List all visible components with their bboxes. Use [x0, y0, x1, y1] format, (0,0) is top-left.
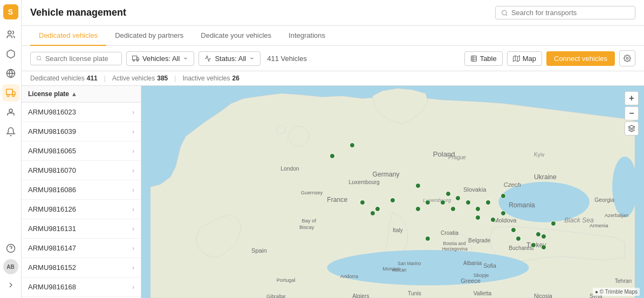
chevron-right-icon: ›	[132, 225, 134, 233]
vehicle-list-item[interactable]: ARMU9816152›	[22, 258, 141, 277]
chevron-right-icon: ›	[132, 264, 134, 272]
vehicle-list-item[interactable]: ARMU9816126›	[22, 200, 141, 219]
vehicle-plate: ARMU9816147	[28, 244, 76, 252]
vehicle-plate: ARMU9816168	[28, 283, 76, 291]
svg-text:Ukraine: Ukraine	[534, 173, 557, 181]
zoom-in-btn[interactable]: +	[625, 91, 639, 105]
sidebar-item-packages[interactable]	[2, 45, 19, 63]
map-view-btn[interactable]: Map	[507, 51, 542, 66]
sort-asc-icon[interactable]: ▲	[71, 91, 77, 97]
svg-text:Valletta: Valletta	[474, 290, 492, 296]
sidebar-item-people[interactable]	[2, 26, 19, 43]
svg-text:Prague: Prague	[448, 154, 466, 160]
map-attribution: ● © Trimble Maps	[593, 288, 640, 296]
connect-vehicles-btn[interactable]: Connect vehicles	[546, 51, 615, 66]
sidebar-item-expand[interactable]	[2, 276, 19, 294]
list-header: License plate ▲	[22, 86, 141, 103]
active-count: 385	[157, 74, 168, 82]
vehicle-list-item[interactable]: ARMU9816065›	[22, 141, 141, 161]
stat-dedicated: Dedicated vehicles 411	[30, 74, 98, 82]
svg-text:Biscay: Biscay	[299, 225, 314, 230]
search-plate-icon	[36, 55, 42, 62]
map-controls: + −	[625, 91, 639, 136]
svg-text:Andorra: Andorra	[340, 274, 359, 279]
chevron-right-icon: ›	[132, 186, 134, 194]
zoom-out-btn[interactable]: −	[625, 106, 639, 120]
svg-text:Luxembourg: Luxembourg	[423, 198, 451, 203]
vehicle-plate: ARMU9816131	[28, 225, 76, 233]
content-area: License plate ▲ ARMU9816023›ARMU9816039›…	[22, 86, 644, 298]
svg-text:Greece: Greece	[461, 277, 481, 284]
stat-active: Active vehicles 385	[112, 74, 168, 82]
user-avatar[interactable]: AB	[3, 259, 18, 274]
status-filter-btn[interactable]: Status: All	[198, 51, 261, 66]
chevron-down-icon	[183, 56, 188, 61]
toolbar: Vehicles: All Status: All 411 Vehicles T…	[22, 46, 644, 71]
vehicle-list-item[interactable]: ARMU9816168›	[22, 277, 141, 297]
svg-text:Germany: Germany	[373, 171, 400, 178]
tab-dedicate-your-vehicles[interactable]: Dedicate your vehicles	[192, 26, 280, 46]
vehicle-list-item[interactable]: ARMU9816147›	[22, 239, 141, 258]
main-content: Vehicle management Dedicated vehicles De…	[22, 0, 644, 298]
svg-text:Gibraltar: Gibraltar	[266, 294, 286, 298]
inactive-count: 26	[232, 74, 239, 82]
svg-text:Tunis: Tunis	[408, 290, 421, 296]
stat-divider-1: |	[104, 74, 106, 82]
svg-text:Italy: Italy	[393, 227, 403, 233]
sidebar-item-globe[interactable]	[2, 65, 19, 82]
vehicle-plate: ARMU9816086	[28, 186, 76, 194]
table-label: Table	[480, 55, 497, 63]
vehicle-list-item[interactable]: ARMU9816039›	[22, 122, 141, 141]
vehicle-list-item[interactable]: ARMU9816086›	[22, 180, 141, 200]
svg-rect-13	[133, 56, 137, 59]
status-icon	[204, 55, 211, 62]
table-icon	[470, 55, 477, 62]
chevron-right-icon: ›	[132, 283, 134, 291]
svg-text:Sofia: Sofia	[483, 263, 496, 269]
stats-bar: Dedicated vehicles 411 | Active vehicles…	[22, 71, 644, 86]
svg-line-10	[506, 14, 507, 15]
svg-point-27	[327, 250, 529, 286]
tab-dedicated-vehicles[interactable]: Dedicated vehicles	[30, 26, 106, 46]
vehicle-list-item[interactable]: ARMU9816023›	[22, 103, 141, 122]
svg-point-0	[8, 31, 11, 34]
layers-btn[interactable]	[625, 121, 639, 136]
svg-point-11	[37, 56, 40, 60]
vehicle-plate: ARMU9816152	[28, 263, 76, 272]
settings-btn[interactable]	[619, 50, 635, 66]
header: Vehicle management	[22, 0, 644, 26]
sidebar-item-notifications[interactable]	[2, 123, 19, 140]
chevron-right-icon: ›	[132, 245, 134, 252]
app-logo[interactable]: S	[3, 4, 18, 19]
vehicle-rows: ARMU9816023›ARMU9816039›ARMU9816065›ARMU…	[22, 103, 141, 298]
svg-text:Spain: Spain	[251, 247, 267, 254]
sidebar-item-vehicles[interactable]	[2, 84, 19, 101]
svg-point-5	[12, 94, 15, 97]
vehicle-list-item[interactable]: ARMU9816131›	[22, 219, 141, 239]
svg-text:Albania: Albania	[463, 260, 482, 266]
vehicle-list-item[interactable]: ARMU9816070›	[22, 161, 141, 180]
search-plate-input[interactable]	[45, 55, 116, 63]
status-filter-label: Status: All	[215, 55, 246, 63]
table-view-btn[interactable]: Table	[464, 51, 503, 66]
sidebar-item-help[interactable]	[2, 240, 19, 257]
svg-text:Kyiv: Kyiv	[534, 152, 545, 158]
trimble-attribution: ● © Trimble Maps	[595, 289, 638, 295]
svg-text:Azerbaijan: Azerbaijan	[605, 213, 628, 218]
vehicles-filter-btn[interactable]: Vehicles: All	[126, 51, 194, 66]
vehicles-count-label: 411 Vehicles	[267, 55, 307, 63]
search-transports-input[interactable]	[511, 9, 629, 17]
chevron-right-icon: ›	[132, 206, 134, 213]
search-transports-box[interactable]	[495, 6, 635, 19]
vehicle-plate: ARMU9816070	[28, 166, 76, 174]
map-area: Poland Germany France Slovakia Czech Rom…	[141, 86, 644, 298]
svg-text:Nicosia: Nicosia	[534, 293, 552, 298]
svg-rect-3	[6, 89, 12, 94]
tab-integrations[interactable]: Integrations	[280, 26, 334, 46]
tab-dedicated-by-partners[interactable]: Dedicated by partners	[106, 26, 192, 46]
tabs-bar: Dedicated vehicles Dedicated by partners…	[22, 26, 644, 46]
search-plate-box[interactable]	[30, 52, 122, 65]
inactive-label: Inactive vehicles	[182, 74, 230, 82]
vehicle-plate: ARMU9816065	[28, 147, 76, 155]
sidebar-item-team[interactable]	[2, 104, 19, 121]
